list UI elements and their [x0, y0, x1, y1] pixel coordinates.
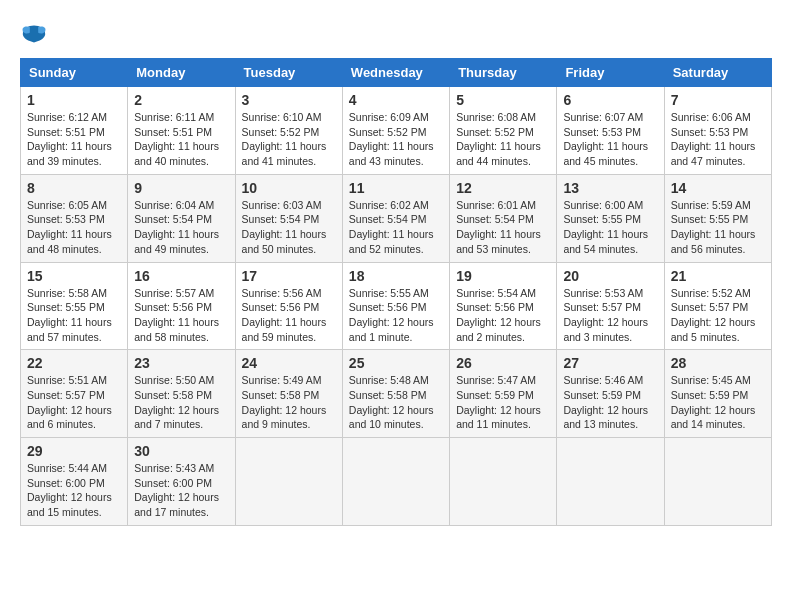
page-header: [20, 20, 772, 48]
calendar-cell: 10 Sunrise: 6:03 AM Sunset: 5:54 PM Dayl…: [235, 174, 342, 262]
day-info: Sunrise: 6:11 AM Sunset: 5:51 PM Dayligh…: [134, 110, 228, 169]
calendar-cell: 2 Sunrise: 6:11 AM Sunset: 5:51 PM Dayli…: [128, 87, 235, 175]
calendar-cell: 3 Sunrise: 6:10 AM Sunset: 5:52 PM Dayli…: [235, 87, 342, 175]
day-number: 28: [671, 355, 765, 371]
header-day-monday: Monday: [128, 59, 235, 87]
calendar-cell: 13 Sunrise: 6:00 AM Sunset: 5:55 PM Dayl…: [557, 174, 664, 262]
calendar-cell: 12 Sunrise: 6:01 AM Sunset: 5:54 PM Dayl…: [450, 174, 557, 262]
calendar-cell: [342, 438, 449, 526]
day-info: Sunrise: 5:44 AM Sunset: 6:00 PM Dayligh…: [27, 461, 121, 520]
day-number: 20: [563, 268, 657, 284]
calendar-cell: 18 Sunrise: 5:55 AM Sunset: 5:56 PM Dayl…: [342, 262, 449, 350]
day-info: Sunrise: 5:53 AM Sunset: 5:57 PM Dayligh…: [563, 286, 657, 345]
day-info: Sunrise: 6:07 AM Sunset: 5:53 PM Dayligh…: [563, 110, 657, 169]
day-number: 27: [563, 355, 657, 371]
day-number: 17: [242, 268, 336, 284]
calendar-cell: 8 Sunrise: 6:05 AM Sunset: 5:53 PM Dayli…: [21, 174, 128, 262]
calendar-cell: 7 Sunrise: 6:06 AM Sunset: 5:53 PM Dayli…: [664, 87, 771, 175]
calendar-cell: 27 Sunrise: 5:46 AM Sunset: 5:59 PM Dayl…: [557, 350, 664, 438]
calendar-cell: 20 Sunrise: 5:53 AM Sunset: 5:57 PM Dayl…: [557, 262, 664, 350]
day-number: 16: [134, 268, 228, 284]
header-day-thursday: Thursday: [450, 59, 557, 87]
day-number: 2: [134, 92, 228, 108]
day-number: 19: [456, 268, 550, 284]
calendar-cell: [664, 438, 771, 526]
calendar-cell: 17 Sunrise: 5:56 AM Sunset: 5:56 PM Dayl…: [235, 262, 342, 350]
day-info: Sunrise: 5:50 AM Sunset: 5:58 PM Dayligh…: [134, 373, 228, 432]
day-number: 3: [242, 92, 336, 108]
day-info: Sunrise: 6:12 AM Sunset: 5:51 PM Dayligh…: [27, 110, 121, 169]
calendar-week-2: 8 Sunrise: 6:05 AM Sunset: 5:53 PM Dayli…: [21, 174, 772, 262]
day-number: 21: [671, 268, 765, 284]
day-info: Sunrise: 6:05 AM Sunset: 5:53 PM Dayligh…: [27, 198, 121, 257]
day-info: Sunrise: 5:47 AM Sunset: 5:59 PM Dayligh…: [456, 373, 550, 432]
day-number: 14: [671, 180, 765, 196]
logo-bird-icon: [20, 20, 48, 48]
day-number: 23: [134, 355, 228, 371]
day-number: 25: [349, 355, 443, 371]
day-number: 22: [27, 355, 121, 371]
calendar-cell: 4 Sunrise: 6:09 AM Sunset: 5:52 PM Dayli…: [342, 87, 449, 175]
header-day-saturday: Saturday: [664, 59, 771, 87]
day-number: 24: [242, 355, 336, 371]
day-number: 1: [27, 92, 121, 108]
header-day-friday: Friday: [557, 59, 664, 87]
calendar-body: 1 Sunrise: 6:12 AM Sunset: 5:51 PM Dayli…: [21, 87, 772, 526]
day-info: Sunrise: 5:51 AM Sunset: 5:57 PM Dayligh…: [27, 373, 121, 432]
calendar-cell: 15 Sunrise: 5:58 AM Sunset: 5:55 PM Dayl…: [21, 262, 128, 350]
calendar-table: SundayMondayTuesdayWednesdayThursdayFrid…: [20, 58, 772, 526]
day-info: Sunrise: 6:03 AM Sunset: 5:54 PM Dayligh…: [242, 198, 336, 257]
calendar-cell: 16 Sunrise: 5:57 AM Sunset: 5:56 PM Dayl…: [128, 262, 235, 350]
day-info: Sunrise: 5:58 AM Sunset: 5:55 PM Dayligh…: [27, 286, 121, 345]
header-day-wednesday: Wednesday: [342, 59, 449, 87]
calendar-cell: 23 Sunrise: 5:50 AM Sunset: 5:58 PM Dayl…: [128, 350, 235, 438]
day-number: 4: [349, 92, 443, 108]
day-info: Sunrise: 6:01 AM Sunset: 5:54 PM Dayligh…: [456, 198, 550, 257]
day-number: 18: [349, 268, 443, 284]
calendar-cell: 24 Sunrise: 5:49 AM Sunset: 5:58 PM Dayl…: [235, 350, 342, 438]
calendar-cell: 9 Sunrise: 6:04 AM Sunset: 5:54 PM Dayli…: [128, 174, 235, 262]
calendar-cell: 1 Sunrise: 6:12 AM Sunset: 5:51 PM Dayli…: [21, 87, 128, 175]
day-info: Sunrise: 5:48 AM Sunset: 5:58 PM Dayligh…: [349, 373, 443, 432]
calendar-week-1: 1 Sunrise: 6:12 AM Sunset: 5:51 PM Dayli…: [21, 87, 772, 175]
day-number: 6: [563, 92, 657, 108]
day-number: 7: [671, 92, 765, 108]
calendar-cell: [450, 438, 557, 526]
day-info: Sunrise: 5:55 AM Sunset: 5:56 PM Dayligh…: [349, 286, 443, 345]
calendar-week-4: 22 Sunrise: 5:51 AM Sunset: 5:57 PM Dayl…: [21, 350, 772, 438]
calendar-cell: 11 Sunrise: 6:02 AM Sunset: 5:54 PM Dayl…: [342, 174, 449, 262]
calendar-cell: 25 Sunrise: 5:48 AM Sunset: 5:58 PM Dayl…: [342, 350, 449, 438]
day-info: Sunrise: 6:08 AM Sunset: 5:52 PM Dayligh…: [456, 110, 550, 169]
calendar-cell: 29 Sunrise: 5:44 AM Sunset: 6:00 PM Dayl…: [21, 438, 128, 526]
day-info: Sunrise: 5:59 AM Sunset: 5:55 PM Dayligh…: [671, 198, 765, 257]
day-info: Sunrise: 5:57 AM Sunset: 5:56 PM Dayligh…: [134, 286, 228, 345]
calendar-cell: 6 Sunrise: 6:07 AM Sunset: 5:53 PM Dayli…: [557, 87, 664, 175]
day-number: 26: [456, 355, 550, 371]
day-number: 8: [27, 180, 121, 196]
calendar-week-5: 29 Sunrise: 5:44 AM Sunset: 6:00 PM Dayl…: [21, 438, 772, 526]
calendar-cell: [235, 438, 342, 526]
day-info: Sunrise: 6:09 AM Sunset: 5:52 PM Dayligh…: [349, 110, 443, 169]
header-day-sunday: Sunday: [21, 59, 128, 87]
day-number: 9: [134, 180, 228, 196]
logo: [20, 20, 52, 48]
calendar-cell: 30 Sunrise: 5:43 AM Sunset: 6:00 PM Dayl…: [128, 438, 235, 526]
day-info: Sunrise: 6:04 AM Sunset: 5:54 PM Dayligh…: [134, 198, 228, 257]
day-info: Sunrise: 5:56 AM Sunset: 5:56 PM Dayligh…: [242, 286, 336, 345]
day-info: Sunrise: 5:54 AM Sunset: 5:56 PM Dayligh…: [456, 286, 550, 345]
day-number: 29: [27, 443, 121, 459]
day-info: Sunrise: 6:02 AM Sunset: 5:54 PM Dayligh…: [349, 198, 443, 257]
day-info: Sunrise: 5:49 AM Sunset: 5:58 PM Dayligh…: [242, 373, 336, 432]
day-number: 30: [134, 443, 228, 459]
calendar-cell: 14 Sunrise: 5:59 AM Sunset: 5:55 PM Dayl…: [664, 174, 771, 262]
day-number: 15: [27, 268, 121, 284]
calendar-week-3: 15 Sunrise: 5:58 AM Sunset: 5:55 PM Dayl…: [21, 262, 772, 350]
day-info: Sunrise: 5:45 AM Sunset: 5:59 PM Dayligh…: [671, 373, 765, 432]
day-number: 12: [456, 180, 550, 196]
day-info: Sunrise: 6:06 AM Sunset: 5:53 PM Dayligh…: [671, 110, 765, 169]
day-number: 13: [563, 180, 657, 196]
day-number: 10: [242, 180, 336, 196]
day-number: 11: [349, 180, 443, 196]
calendar-cell: 21 Sunrise: 5:52 AM Sunset: 5:57 PM Dayl…: [664, 262, 771, 350]
day-info: Sunrise: 5:52 AM Sunset: 5:57 PM Dayligh…: [671, 286, 765, 345]
